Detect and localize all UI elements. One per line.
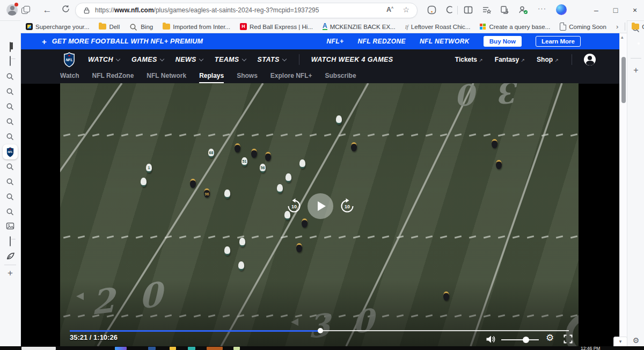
nfl-plus-promo-banner[interactable]: + GET MORE FOOTBALL WITH NFL+ PREMIUM NF… (20, 33, 619, 49)
tab-card-icon[interactable] (5, 237, 16, 247)
scrollbar-up-arrow[interactable]: ▴ (621, 34, 624, 40)
url-text[interactable]: https://www.nfl.com/plus/games/eagles-at… (95, 6, 319, 14)
close-button[interactable]: × (629, 4, 641, 16)
banner-link-redzone[interactable]: NFL REDZONE (357, 38, 406, 45)
taskbar-app-icon[interactable] (188, 347, 195, 350)
rail-divider (4, 265, 16, 265)
external-arrow-icon: ↗ (521, 57, 525, 63)
volume-icon[interactable] (486, 335, 496, 346)
scroll-down-button[interactable]: ▾ (613, 337, 627, 347)
bookmark-create-query[interactable]: Create a query base... (480, 24, 550, 30)
search-tab-icon[interactable] (5, 207, 16, 217)
minimize-button[interactable]: – (590, 4, 602, 16)
split-screen-icon[interactable] (464, 5, 473, 15)
subnav-explore[interactable]: Explore NFL+ (270, 70, 312, 82)
bookmark-bing[interactable]: Bing (129, 22, 153, 32)
subnav-watch[interactable]: Watch (60, 70, 79, 82)
browser-essentials-icon[interactable] (445, 5, 455, 15)
search-tab-icon[interactable] (5, 71, 16, 82)
taskbar-app-icon[interactable] (170, 347, 176, 350)
subnav-redzone[interactable]: NFL RedZone (92, 70, 134, 82)
subnav-network[interactable]: NFL Network (147, 70, 186, 82)
toggle-vertical-tabs-icon[interactable] (5, 42, 16, 53)
nfl-logo[interactable] (63, 52, 75, 68)
back-button[interactable]: ← (42, 5, 53, 16)
skip-forward-10-button[interactable]: 10 (339, 198, 355, 214)
volume-slider[interactable] (501, 339, 539, 340)
subnav-replays-active[interactable]: Replays (199, 70, 224, 83)
scrollbar-thumb[interactable] (621, 57, 626, 103)
bookmarks-overflow-chevron[interactable]: › (616, 23, 618, 31)
progress-knob[interactable] (318, 328, 323, 333)
menu-stats[interactable]: STATS (258, 56, 286, 63)
watch-week-cta[interactable]: WATCH WEEK 4 GAMES (311, 56, 393, 63)
favorite-star-icon[interactable]: ☆ (402, 5, 409, 14)
bookmark-supercharge[interactable]: Supercharge your... (26, 23, 89, 30)
bookmark-coming-soon[interactable]: Coming Soon (560, 23, 606, 31)
taskbar-search-box[interactable] (21, 347, 56, 350)
feather-tab-icon[interactable] (5, 252, 16, 262)
search-tab-icon[interactable] (5, 116, 16, 127)
taskbar-app-icon[interactable] (233, 347, 240, 350)
bing-search-icon (129, 23, 138, 32)
address-bar[interactable]: https://www.nfl.com/plus/games/eagles-at… (75, 3, 418, 18)
search-tab-icon[interactable] (5, 162, 16, 172)
search-tab-icon[interactable] (5, 101, 16, 112)
shop-link[interactable]: Shop ↗ (537, 56, 559, 63)
bookmark-dell[interactable]: Dell (99, 24, 120, 30)
other-favorites-folder[interactable]: Other favorites (632, 24, 644, 30)
progress-bar[interactable] (70, 330, 569, 331)
play-button[interactable] (308, 193, 333, 219)
learn-more-button[interactable]: Learn More (536, 36, 581, 47)
buy-now-button[interactable]: Buy Now (484, 36, 522, 47)
new-tab-button[interactable]: + (5, 268, 16, 279)
sidebar-shopping-tag-icon[interactable] (631, 41, 641, 52)
browser-security-icon[interactable] (518, 5, 528, 15)
sidebar-settings-gear-icon[interactable]: ⚙ (631, 336, 641, 347)
maximize-button[interactable]: □ (610, 4, 621, 16)
taskbar-app-icon[interactable] (115, 347, 127, 350)
banner-link-nfl-plus[interactable]: NFL+ (327, 38, 344, 45)
menu-games[interactable]: GAMES (131, 56, 164, 63)
bookmark-imported[interactable]: Imported from Inter... (163, 24, 230, 30)
subnav-shows[interactable]: Shows (237, 70, 258, 82)
account-avatar-icon[interactable] (584, 54, 596, 65)
taskbar-app-icon[interactable] (207, 347, 223, 350)
menu-news[interactable]: NEWS (175, 56, 203, 63)
windows-taskbar[interactable]: 12:46 PM (0, 346, 644, 350)
taskbar-app-icon[interactable] (148, 347, 156, 350)
banner-link-network[interactable]: NFL NETWORK (420, 38, 470, 45)
video-settings-gear-icon[interactable]: ⚙ (546, 332, 554, 344)
refresh-button[interactable] (60, 5, 71, 16)
workspaces-icon[interactable] (21, 6, 30, 14)
tickets-link[interactable]: Tickets ↗ (455, 56, 483, 63)
collections-icon[interactable] (482, 5, 492, 15)
search-tab-icon[interactable] (5, 132, 16, 142)
skip-back-10-button[interactable]: 10 (286, 198, 302, 214)
copilot-icon[interactable] (556, 4, 567, 15)
bookmark-mckenzie[interactable]: AMCKENZIE BACK EX... (323, 23, 396, 30)
bookmark-label: Create a query base... (489, 24, 550, 30)
sidebar-add-button[interactable]: + (631, 65, 641, 76)
bookmark-leftover-roast[interactable]: lfLeftover Roast Chic... (405, 24, 471, 30)
menu-watch[interactable]: WATCH (88, 56, 120, 63)
photos-tab-icon[interactable] (5, 222, 16, 232)
fullscreen-icon[interactable] (564, 334, 573, 346)
page-scrollbar[interactable]: ▴ (619, 33, 627, 346)
settings-more-icon[interactable]: ··· (538, 4, 547, 14)
menu-teams[interactable]: TEAMS (215, 56, 246, 63)
bookmark-red-ball-express[interactable]: HRed Ball Express | Hi... (240, 23, 313, 30)
active-nfl-tab[interactable] (3, 144, 18, 159)
video-player[interactable]: 20 30 30 168515696 10 10 35:21 / 1:10:26… (60, 83, 579, 346)
chevron-down-icon (241, 57, 246, 61)
subnav-subscribe[interactable]: Subscribe (325, 70, 356, 82)
read-aloud-icon[interactable]: A˄ (386, 6, 393, 13)
copy-page-icon[interactable] (500, 5, 510, 15)
tab-card-icon[interactable] (5, 56, 16, 67)
fantasy-link[interactable]: Fantasy ↗ (495, 56, 525, 63)
search-tab-icon[interactable] (5, 177, 16, 187)
volume-knob[interactable] (523, 337, 529, 343)
search-tab-icon[interactable] (5, 86, 16, 97)
search-tab-icon[interactable] (5, 192, 16, 202)
copilot-notebook-icon[interactable] (427, 5, 437, 15)
